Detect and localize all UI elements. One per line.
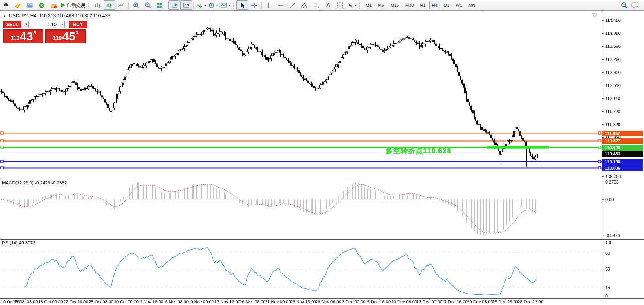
time-axis-tick-mark [329,298,329,300]
time-axis-tick-mark [127,298,127,300]
chart-canvas[interactable] [0,0,644,305]
symbol-period-label: USDJPY-,H4 [9,13,36,19]
price-axis-tick: 112.900 [605,70,621,75]
rsi-axis-tick: 100 [605,240,612,245]
rsi-axis-tick: 15 [605,285,610,290]
time-axis-tick-mark [227,298,228,300]
rsi-axis-tick: 50 [605,267,610,271]
ohlc-values: 110.313 110.468 110.302 110.433 [39,13,110,19]
sell-button[interactable]: SELL [3,21,21,28]
time-axis-tick-mark [303,298,304,300]
price-axis-tick: 112.110 [605,96,620,101]
time-axis-label: 23 Nov 16:00 [290,299,316,304]
macd-label: MACD(12,26,9) -0.2429 -0.2352 [2,180,67,185]
time-axis-tick-mark [101,298,102,300]
time-axis-label: 22 Oct 16:00 [63,299,88,304]
buy-button[interactable]: BUY [69,21,87,28]
price-axis-tick: 114.480 [605,18,621,23]
buy-price-sup: 3 [76,30,79,36]
chart-title: ▲ USDJPY-,H4 110.313 110.468 110.302 110… [3,13,110,19]
time-axis-tick-mark [429,298,430,300]
volume-decrease-button[interactable]: ▼ [24,21,29,28]
time-axis-label: 18 Oct 00:00 [38,299,63,304]
collapse-chart-icon[interactable]: ▲ [3,14,6,18]
price-tag: 110.628 [602,145,643,151]
sell-price-big: 43 [20,31,33,42]
time-axis-tick-mark [379,298,380,300]
buy-price-big: 45 [62,31,75,42]
time-axis-label: 3 Dec 00:00 [342,299,365,304]
time-axis-tick-mark [25,298,26,300]
time-axis-label: 25 Dec 23:00 [492,299,518,304]
time-axis-label: 5 Dec 16:00 [367,299,391,304]
buy-price-button[interactable]: 110 45 3 [45,29,86,43]
sell-price-button[interactable]: 110 43 3 [3,29,43,43]
price-tag: 111.057 [602,131,643,136]
time-axis-label: 25 Oct 08:00 [89,299,113,304]
macd-axis-tick: 0.00 [605,197,614,202]
time-axis-tick-mark [202,298,202,300]
volume-increase-button[interactable]: ▲ [60,21,65,28]
price-axis-tick: 111.720 [605,109,620,114]
time-axis-label: 28 Nov 08:00 [315,299,341,304]
price-tag: 110.006 [602,165,643,171]
sell-price-prefix: 110 [11,35,20,41]
time-axis-tick-mark [354,298,354,300]
price-tag: 110.827 [602,138,643,144]
rsi-axis-tick: 80 [605,251,610,256]
price-axis-tick: 109.750 [605,174,621,179]
price-axis-tick: 113.690 [605,44,621,49]
time-axis-tick-mark [505,298,506,300]
buy-price-prefix: 110 [53,35,62,41]
time-axis-tick-mark [76,298,76,300]
time-axis-label: 28 Dec 12:00 [517,299,543,304]
time-axis-label: 16 Nov 08:00 [240,299,265,304]
time-axis-label: 9 Nov 00:00 [191,299,214,304]
time-axis-tick-mark [253,298,253,300]
time-axis-label: 17 Dec 16:00 [442,299,467,304]
sell-price-sup: 3 [34,30,36,36]
time-axis-label: 13 Nov 16:00 [214,299,240,304]
time-axis-tick-mark [531,298,531,300]
time-axis-tick-mark [177,298,177,300]
price-axis-tick: 112.510 [605,83,621,88]
time-axis-tick-mark [404,298,404,300]
time-axis-tick-mark [480,298,480,300]
time-axis-tick-mark [151,298,152,300]
rsi-axis-tick: 0 [605,294,608,298]
chart-shift-marker[interactable] [592,13,598,18]
macd-axis-tick: -0.5476 [605,233,620,238]
macd-axis-tick: 0.2703 [605,180,619,184]
one-click-trading-panel: SELL ▼ ▲ BUY 110 43 3 110 45 3 [3,21,87,43]
mt4-window: 单 自动交易 [0,0,644,305]
time-axis-tick-mark [455,298,455,300]
time-axis-tick-mark [278,298,278,300]
price-axis-tick: 111.320 [605,122,620,127]
time-axis-label: 21 Nov 00:00 [265,299,291,304]
price-tag: 110.196 [602,159,643,165]
volume-input[interactable] [29,21,60,28]
time-axis-label: 10 Dec 08:00 [391,299,417,304]
annotation-text: 多空转折点110.628 [385,146,451,155]
time-axis-label: 20 Dec 08:00 [467,299,493,304]
time-axis-label: 1 Nov 16:00 [140,299,163,304]
time-axis-label: 6 Nov 08:00 [165,299,189,304]
time-axis-label: 30 Oct 00:00 [114,299,139,304]
price-axis-tick: 113.290 [605,57,621,62]
price-tag: 110.433 [602,151,643,157]
time-axis-tick-mark [51,298,51,300]
rsi-label: RSI(14) 40.3072 [2,241,35,245]
time-axis-label: 15 Oct 08:00 [13,299,38,304]
time-axis-label: 13 Dec 00:00 [417,299,442,304]
price-axis-tick: 114.080 [605,31,621,36]
